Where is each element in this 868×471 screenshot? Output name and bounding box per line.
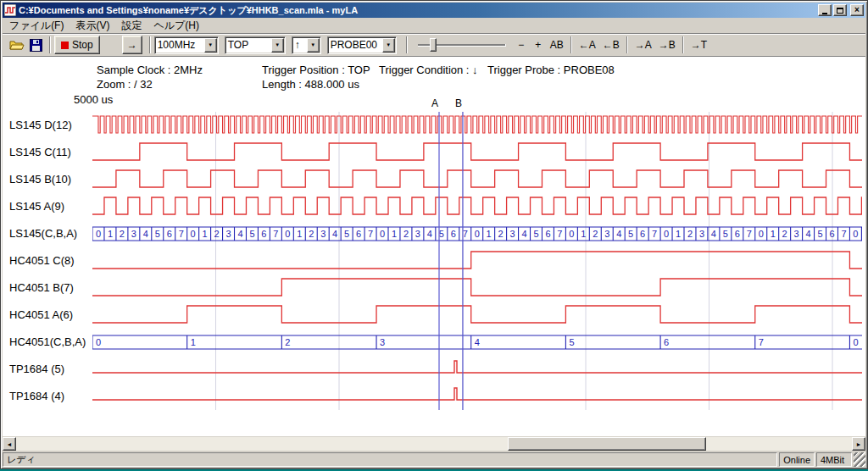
menu-view[interactable]: 表示(V) [70, 18, 115, 34]
scroll-left-button[interactable]: ◄ [3, 437, 16, 451]
minimize-button[interactable] [818, 4, 832, 16]
maximize-button[interactable] [833, 4, 847, 16]
svg-text:6: 6 [829, 229, 834, 239]
status-online-badge: Online [779, 452, 815, 467]
marker-label-A[interactable]: A [431, 97, 438, 109]
chevron-down-icon[interactable]: ▼ [204, 38, 217, 53]
sample-clock-text: Sample Clock : 2MHz [97, 64, 203, 76]
svg-text:6: 6 [451, 229, 456, 239]
trigger-edge-combo[interactable]: ↑ ▼ [292, 36, 321, 54]
chevron-down-icon[interactable]: ▼ [271, 38, 284, 53]
svg-text:7: 7 [368, 229, 373, 239]
scroll-right-button[interactable]: ► [852, 437, 865, 451]
svg-text:0: 0 [664, 229, 669, 239]
svg-text:0: 0 [853, 337, 858, 347]
scrollbar-track[interactable] [16, 437, 852, 451]
open-button[interactable] [7, 36, 26, 54]
svg-text:0: 0 [569, 229, 574, 239]
svg-text:4: 4 [521, 229, 526, 239]
zoom-slider[interactable] [418, 36, 506, 53]
window-title: C:¥Documents and Settings¥noname¥デスクトップ¥… [19, 4, 815, 17]
svg-text:7: 7 [557, 229, 562, 239]
menu-settings[interactable]: 設定 [115, 18, 147, 34]
svg-text:4: 4 [143, 229, 148, 239]
chevron-down-icon[interactable]: ▼ [307, 38, 320, 53]
run-button[interactable]: → [122, 36, 142, 54]
svg-text:6: 6 [664, 337, 669, 347]
trigger-probe-text: Trigger Probe : PROBE08 [487, 64, 615, 76]
svg-text:7: 7 [747, 229, 752, 239]
trigger-position-combo[interactable]: TOP ▼ [225, 36, 286, 54]
titlebar[interactable]: C:¥Documents and Settings¥noname¥デスクトップ¥… [3, 3, 865, 18]
timing-diagram: 0123456701234567012345670123456701234567… [92, 112, 862, 410]
channel-label: TP1684 (4) [9, 388, 64, 405]
svg-text:5: 5 [628, 229, 633, 239]
channel-label: HC4051 A(6) [9, 307, 73, 324]
toolbar: Stop → 100MHz ▼ TOP ▼ ↑ ▼ PROBE00 ▼ − + … [3, 33, 865, 57]
toolbar-separator [149, 36, 151, 53]
horizontal-scrollbar[interactable]: ◄ ► [3, 437, 865, 451]
trigger-probe-value: PROBE00 [328, 39, 382, 51]
goto-next-a-button[interactable]: →A [632, 36, 655, 54]
ab-range-button[interactable]: AB [547, 36, 567, 54]
save-button[interactable] [26, 36, 46, 54]
close-button[interactable]: × [850, 4, 864, 16]
svg-text:5: 5 [533, 229, 538, 239]
zoom-text: Zoom : / 32 [97, 78, 153, 91]
zoom-slider-thumb[interactable] [430, 38, 437, 52]
stop-button[interactable]: Stop [54, 36, 100, 54]
svg-text:3: 3 [225, 229, 231, 239]
svg-text:2: 2 [214, 229, 220, 239]
channel-label: HC4051 B(7) [9, 280, 74, 296]
svg-text:5: 5 [569, 337, 574, 347]
svg-text:7: 7 [841, 229, 846, 239]
marker-label-B[interactable]: B [454, 97, 462, 109]
trigger-probe-combo[interactable]: PROBE00 ▼ [327, 36, 397, 54]
svg-text:1: 1 [771, 229, 776, 239]
goto-next-b-button[interactable]: →B [655, 36, 679, 54]
svg-text:2: 2 [687, 229, 693, 239]
svg-text:5: 5 [817, 229, 822, 239]
svg-text:3: 3 [415, 229, 420, 239]
svg-text:7: 7 [652, 229, 657, 239]
svg-text:3: 3 [320, 229, 326, 239]
svg-text:0: 0 [96, 229, 101, 239]
channel-wave [92, 388, 862, 400]
svg-text:5: 5 [155, 229, 160, 239]
svg-text:1: 1 [203, 229, 208, 239]
svg-text:0: 0 [96, 337, 101, 347]
scrollbar-thumb[interactable] [508, 437, 706, 451]
svg-text:1: 1 [487, 229, 492, 239]
channel-wave [92, 170, 862, 187]
svg-text:2: 2 [498, 229, 504, 239]
svg-text:7: 7 [759, 337, 764, 347]
chevron-down-icon[interactable]: ▼ [382, 38, 395, 53]
zoom-in-button[interactable]: + [530, 36, 547, 54]
menu-file[interactable]: ファイル(F) [3, 18, 70, 34]
svg-text:2: 2 [285, 337, 290, 347]
goto-prev-a-button[interactable]: ←A [576, 36, 599, 54]
app-window: C:¥Documents and Settings¥noname¥デスクトップ¥… [0, 0, 868, 469]
toolbar-separator [682, 36, 684, 53]
channel-label: LS145 A(9) [9, 198, 64, 215]
toolbar-separator [570, 36, 572, 53]
svg-text:4: 4 [237, 229, 242, 239]
resize-grip[interactable] [854, 452, 865, 467]
channel-wave [92, 252, 862, 269]
waveform-client: Sample Clock : 2MHz Trigger Position : T… [3, 57, 865, 436]
menu-help[interactable]: ヘルプ(H) [147, 18, 205, 34]
svg-text:6: 6 [735, 229, 740, 239]
sample-clock-combo[interactable]: 100MHz ▼ [154, 36, 219, 54]
channel-label: LS145 B(10) [9, 171, 71, 188]
svg-text:1: 1 [676, 229, 681, 239]
goto-trigger-button[interactable]: →T [687, 36, 710, 54]
zoom-out-button[interactable]: − [513, 36, 530, 54]
svg-text:4: 4 [616, 229, 621, 239]
svg-text:0: 0 [191, 229, 196, 239]
floppy-disk-icon [30, 39, 42, 52]
channel-wave [92, 116, 862, 133]
channel-wave [92, 361, 862, 373]
goto-prev-b-button[interactable]: ←B [599, 36, 623, 54]
svg-text:7: 7 [273, 229, 278, 239]
channel-label: LS145(C,B,A) [9, 225, 77, 242]
